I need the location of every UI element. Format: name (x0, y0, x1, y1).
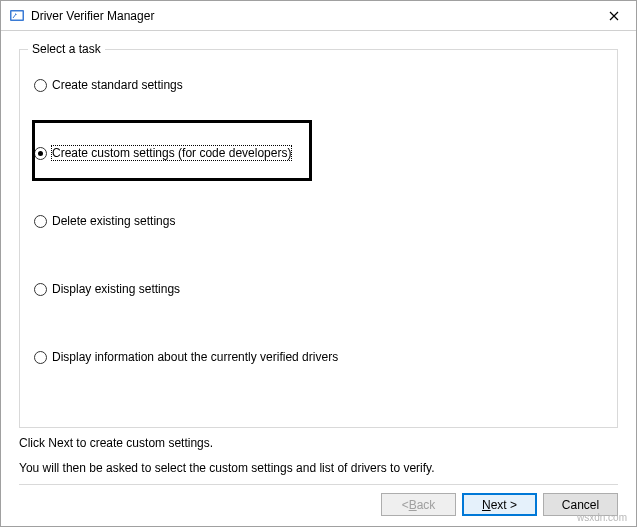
radio-icon (34, 215, 47, 228)
next-button[interactable]: Next > (462, 493, 537, 516)
radio-display-existing[interactable]: Display existing settings (34, 282, 603, 296)
back-mnemonic: B (409, 498, 417, 512)
info-line-2: You will then be asked to select the cus… (19, 459, 618, 478)
svg-rect-1 (12, 11, 23, 19)
radio-icon (34, 147, 47, 160)
radio-label: Create standard settings (52, 78, 183, 92)
radio-label: Display existing settings (52, 282, 180, 296)
radio-label: Create custom settings (for code develop… (52, 146, 291, 160)
radio-icon (34, 79, 47, 92)
back-button: < Back (381, 493, 456, 516)
cancel-label: Cancel (562, 498, 599, 512)
content-area: Select a task Create standard settings C… (1, 31, 636, 484)
back-rest: ack (417, 498, 436, 512)
radio-icon (34, 283, 47, 296)
radio-create-custom[interactable]: Create custom settings (for code develop… (34, 146, 603, 160)
groupbox-label: Select a task (28, 42, 105, 56)
radio-display-info[interactable]: Display information about the currently … (34, 350, 603, 364)
next-mnemonic: N (482, 498, 491, 512)
button-bar: < Back Next > Cancel (1, 485, 636, 526)
dialog-window: Driver Verifier Manager Select a task Cr… (0, 0, 637, 527)
back-prefix: < (402, 498, 409, 512)
app-icon (9, 8, 25, 24)
info-line-1: Click Next to create custom settings. (19, 434, 618, 453)
task-groupbox: Select a task Create standard settings C… (19, 49, 618, 428)
window-title: Driver Verifier Manager (31, 9, 591, 23)
close-icon (609, 11, 619, 21)
radio-label: Delete existing settings (52, 214, 175, 228)
radio-create-standard[interactable]: Create standard settings (34, 78, 603, 92)
radio-icon (34, 351, 47, 364)
radio-delete-existing[interactable]: Delete existing settings (34, 214, 603, 228)
radio-label: Display information about the currently … (52, 350, 338, 364)
cancel-button[interactable]: Cancel (543, 493, 618, 516)
close-button[interactable] (591, 1, 636, 30)
next-rest: ext > (491, 498, 517, 512)
titlebar: Driver Verifier Manager (1, 1, 636, 31)
